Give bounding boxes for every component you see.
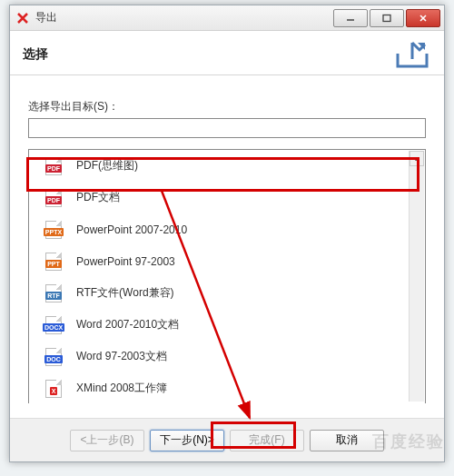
file-type-icon: PDF [44,189,64,207]
target-label: 选择导出目标(S)： [28,99,426,114]
back-button: <上一步(B) [70,430,144,451]
file-type-icon: DOCX [44,316,64,334]
scroll-up-button[interactable]: ▴ [410,151,424,166]
page-title: 选择 [23,46,393,63]
list-item[interactable]: PPTXPowerPoint 2007-2010 [29,213,425,245]
next-button[interactable]: 下一步(N)> [150,430,224,451]
list-item-label: PDF文档 [76,190,120,205]
finish-button: 完成(F) [230,430,304,451]
list-item-label: PowerPoint 2007-2010 [76,223,187,236]
app-icon [15,11,30,25]
export-targets-list: PDFPDF(思维图)PDFPDF文档PPTXPowerPoint 2007-2… [28,149,426,403]
file-type-icon: RTF [44,284,64,302]
list-item[interactable]: RTFRTF文件(Word兼容) [29,277,425,309]
list-item[interactable]: XXMind 2008工作簿 [29,372,425,404]
window-title: 导出 [35,10,57,25]
list-item-label: Word 97-2003文档 [76,349,167,364]
file-type-icon: PPT [44,253,64,271]
minimize-button[interactable] [333,9,368,27]
list-item-label: PDF(思维图) [76,158,138,174]
dialog-content: 选择导出目标(S)： PDFPDF(思维图)PDFPDF文档PPTXPowerP… [10,75,444,411]
titlebar: 导出 [10,5,444,31]
list-item[interactable]: PDFPDF文档 [29,182,425,213]
list-item[interactable]: PPTPowerPoint 97-2003 [29,245,425,277]
dialog-window: 导出 选择 选择导出目标(S)： PDFPDF(思维图)PDFPDF文档PPTX… [9,5,445,462]
list-item-label: PowerPoint 97-2003 [76,255,175,268]
dialog-header: 选择 [10,31,444,75]
list-item[interactable]: DOCWord 97-2003文档 [29,341,425,372]
export-icon [393,38,431,71]
list-item-label: RTF文件(Word兼容) [76,285,174,301]
file-type-icon: DOC [44,348,64,366]
list-item[interactable]: PDFPDF(思维图) [29,150,425,182]
dialog-footer: <上一步(B) 下一步(N)> 完成(F) 取消 [10,418,444,461]
list-item[interactable]: DOCXWord 2007-2010文档 [29,309,425,341]
file-type-icon: PPTX [44,221,64,239]
svg-rect-1 [383,15,390,21]
close-button[interactable] [406,9,440,27]
target-input[interactable] [28,118,426,138]
maximize-button[interactable] [370,9,404,27]
file-type-icon: PDF [44,157,64,175]
list-item-label: Word 2007-2010文档 [76,317,179,332]
list-item-label: XMind 2008工作簿 [76,381,167,396]
scrollbar[interactable]: ▴ [409,151,424,402]
file-type-icon: X [44,380,64,398]
cancel-button[interactable]: 取消 [310,430,384,451]
